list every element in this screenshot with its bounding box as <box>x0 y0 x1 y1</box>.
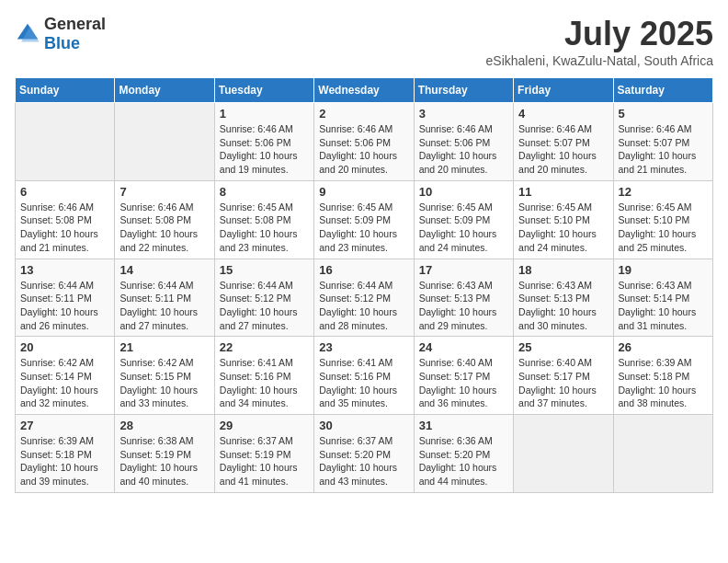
day-number: 30 <box>319 419 408 432</box>
day-number: 1 <box>220 107 309 121</box>
logo-blue: Blue <box>44 34 80 52</box>
day-number: 7 <box>119 185 209 199</box>
day-number: 24 <box>419 340 508 354</box>
weekday-header-wednesday: Wednesday <box>314 78 414 103</box>
day-info: Sunrise: 6:46 AM Sunset: 5:07 PM Dayligh… <box>619 122 708 177</box>
day-number: 31 <box>419 419 508 432</box>
location-subtitle: eSikhaleni, KwaZulu-Natal, South Africa <box>486 53 713 68</box>
calendar-cell: 15Sunrise: 6:44 AM Sunset: 5:12 PM Dayli… <box>214 259 313 337</box>
calendar-cell <box>16 103 115 181</box>
day-number: 18 <box>518 263 608 277</box>
calendar-cell <box>115 103 214 181</box>
logo-general: General <box>44 15 106 33</box>
calendar-cell: 4Sunrise: 6:46 AM Sunset: 5:07 PM Daylig… <box>514 103 613 181</box>
calendar-cell: 27Sunrise: 6:39 AM Sunset: 5:18 PM Dayli… <box>16 415 115 493</box>
day-info: Sunrise: 6:46 AM Sunset: 5:08 PM Dayligh… <box>20 201 109 255</box>
day-info: Sunrise: 6:45 AM Sunset: 5:08 PM Dayligh… <box>220 201 309 255</box>
day-info: Sunrise: 6:44 AM Sunset: 5:12 PM Dayligh… <box>319 279 408 333</box>
day-number: 4 <box>518 107 608 121</box>
day-number: 8 <box>220 185 309 199</box>
day-info: Sunrise: 6:46 AM Sunset: 5:07 PM Dayligh… <box>518 122 608 177</box>
weekday-header-thursday: Thursday <box>414 78 513 103</box>
day-info: Sunrise: 6:43 AM Sunset: 5:14 PM Dayligh… <box>619 279 708 333</box>
day-info: Sunrise: 6:46 AM Sunset: 5:06 PM Dayligh… <box>319 122 408 177</box>
day-number: 21 <box>119 340 209 354</box>
day-info: Sunrise: 6:38 AM Sunset: 5:19 PM Dayligh… <box>119 434 209 488</box>
calendar-cell: 7Sunrise: 6:46 AM Sunset: 5:08 PM Daylig… <box>115 180 214 259</box>
day-number: 25 <box>518 340 608 354</box>
day-info: Sunrise: 6:45 AM Sunset: 5:09 PM Dayligh… <box>419 201 508 255</box>
logo: General Blue <box>15 15 106 53</box>
day-info: Sunrise: 6:43 AM Sunset: 5:13 PM Dayligh… <box>518 279 608 333</box>
calendar-cell: 30Sunrise: 6:37 AM Sunset: 5:20 PM Dayli… <box>314 415 414 493</box>
page-header: General Blue July 2025 eSikhaleni, KwaZu… <box>15 15 713 68</box>
calendar-cell: 29Sunrise: 6:37 AM Sunset: 5:19 PM Dayli… <box>214 415 313 493</box>
calendar-cell: 31Sunrise: 6:36 AM Sunset: 5:20 PM Dayli… <box>414 415 513 493</box>
month-title: July 2025 <box>486 15 713 53</box>
day-number: 19 <box>619 263 708 277</box>
calendar-cell: 8Sunrise: 6:45 AM Sunset: 5:08 PM Daylig… <box>214 180 313 259</box>
day-number: 16 <box>319 263 408 277</box>
calendar-cell: 16Sunrise: 6:44 AM Sunset: 5:12 PM Dayli… <box>314 259 414 337</box>
calendar-cell: 2Sunrise: 6:46 AM Sunset: 5:06 PM Daylig… <box>314 103 414 181</box>
day-number: 11 <box>518 185 608 199</box>
calendar-cell: 23Sunrise: 6:41 AM Sunset: 5:16 PM Dayli… <box>314 337 414 415</box>
weekday-header-monday: Monday <box>115 78 214 103</box>
day-info: Sunrise: 6:42 AM Sunset: 5:14 PM Dayligh… <box>20 356 109 410</box>
calendar-cell: 26Sunrise: 6:39 AM Sunset: 5:18 PM Dayli… <box>613 337 712 415</box>
day-number: 9 <box>319 185 408 199</box>
calendar-cell: 25Sunrise: 6:40 AM Sunset: 5:17 PM Dayli… <box>514 337 613 415</box>
day-info: Sunrise: 6:37 AM Sunset: 5:19 PM Dayligh… <box>220 434 309 488</box>
day-number: 20 <box>20 340 109 354</box>
day-number: 17 <box>419 263 508 277</box>
calendar-cell: 21Sunrise: 6:42 AM Sunset: 5:15 PM Dayli… <box>115 337 214 415</box>
day-number: 14 <box>119 263 209 277</box>
calendar-week-row: 13Sunrise: 6:44 AM Sunset: 5:11 PM Dayli… <box>16 259 713 337</box>
day-number: 23 <box>319 340 408 354</box>
calendar-cell: 1Sunrise: 6:46 AM Sunset: 5:06 PM Daylig… <box>214 103 313 181</box>
calendar-week-row: 20Sunrise: 6:42 AM Sunset: 5:14 PM Dayli… <box>16 337 713 415</box>
day-number: 26 <box>619 340 708 354</box>
day-info: Sunrise: 6:44 AM Sunset: 5:12 PM Dayligh… <box>220 279 309 333</box>
calendar-cell: 12Sunrise: 6:45 AM Sunset: 5:10 PM Dayli… <box>613 180 712 259</box>
day-number: 29 <box>220 419 309 432</box>
day-number: 27 <box>20 419 109 432</box>
day-number: 6 <box>20 185 109 199</box>
calendar-week-row: 6Sunrise: 6:46 AM Sunset: 5:08 PM Daylig… <box>16 180 713 259</box>
calendar-cell: 13Sunrise: 6:44 AM Sunset: 5:11 PM Dayli… <box>16 259 115 337</box>
calendar-cell: 22Sunrise: 6:41 AM Sunset: 5:16 PM Dayli… <box>214 337 313 415</box>
title-block: July 2025 eSikhaleni, KwaZulu-Natal, Sou… <box>486 15 713 68</box>
weekday-header-saturday: Saturday <box>613 78 712 103</box>
day-number: 22 <box>220 340 309 354</box>
day-info: Sunrise: 6:42 AM Sunset: 5:15 PM Dayligh… <box>119 356 209 410</box>
day-info: Sunrise: 6:44 AM Sunset: 5:11 PM Dayligh… <box>119 279 209 333</box>
calendar-cell: 6Sunrise: 6:46 AM Sunset: 5:08 PM Daylig… <box>16 180 115 259</box>
day-number: 5 <box>619 107 708 121</box>
day-number: 2 <box>319 107 408 121</box>
calendar-cell: 19Sunrise: 6:43 AM Sunset: 5:14 PM Dayli… <box>613 259 712 337</box>
calendar-week-row: 27Sunrise: 6:39 AM Sunset: 5:18 PM Dayli… <box>16 415 713 493</box>
logo-icon <box>15 21 40 47</box>
calendar-cell: 18Sunrise: 6:43 AM Sunset: 5:13 PM Dayli… <box>514 259 613 337</box>
day-info: Sunrise: 6:37 AM Sunset: 5:20 PM Dayligh… <box>319 434 408 488</box>
day-info: Sunrise: 6:43 AM Sunset: 5:13 PM Dayligh… <box>419 279 508 333</box>
weekday-header-tuesday: Tuesday <box>214 78 313 103</box>
day-number: 12 <box>619 185 708 199</box>
day-number: 28 <box>119 419 209 432</box>
day-number: 15 <box>220 263 309 277</box>
day-number: 3 <box>419 107 508 121</box>
day-info: Sunrise: 6:46 AM Sunset: 5:06 PM Dayligh… <box>419 122 508 177</box>
calendar-header-row: SundayMondayTuesdayWednesdayThursdayFrid… <box>16 78 713 103</box>
day-info: Sunrise: 6:45 AM Sunset: 5:10 PM Dayligh… <box>518 201 608 255</box>
calendar-cell: 28Sunrise: 6:38 AM Sunset: 5:19 PM Dayli… <box>115 415 214 493</box>
day-info: Sunrise: 6:45 AM Sunset: 5:10 PM Dayligh… <box>619 201 708 255</box>
day-info: Sunrise: 6:39 AM Sunset: 5:18 PM Dayligh… <box>20 434 109 488</box>
day-info: Sunrise: 6:36 AM Sunset: 5:20 PM Dayligh… <box>419 434 508 488</box>
calendar-cell: 20Sunrise: 6:42 AM Sunset: 5:14 PM Dayli… <box>16 337 115 415</box>
weekday-header-sunday: Sunday <box>16 78 115 103</box>
day-info: Sunrise: 6:40 AM Sunset: 5:17 PM Dayligh… <box>419 356 508 410</box>
calendar-cell: 10Sunrise: 6:45 AM Sunset: 5:09 PM Dayli… <box>414 180 513 259</box>
day-number: 13 <box>20 263 109 277</box>
calendar-cell: 14Sunrise: 6:44 AM Sunset: 5:11 PM Dayli… <box>115 259 214 337</box>
day-info: Sunrise: 6:45 AM Sunset: 5:09 PM Dayligh… <box>319 201 408 255</box>
